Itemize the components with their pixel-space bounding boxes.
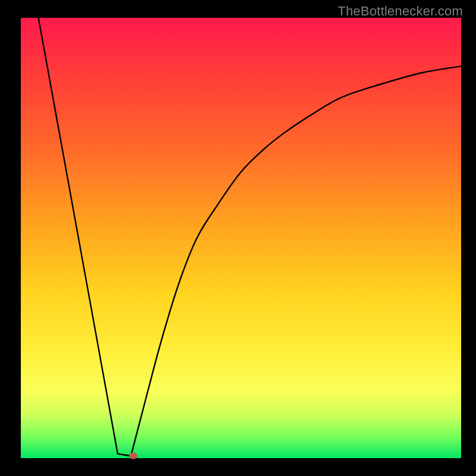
attribution-text: TheBottlenecker.com	[338, 4, 463, 19]
plot-area	[21, 18, 461, 458]
curve-path	[39, 18, 461, 456]
minimum-marker	[129, 453, 137, 459]
bottleneck-curve	[21, 18, 461, 458]
chart-frame: TheBottlenecker.com	[0, 0, 476, 476]
